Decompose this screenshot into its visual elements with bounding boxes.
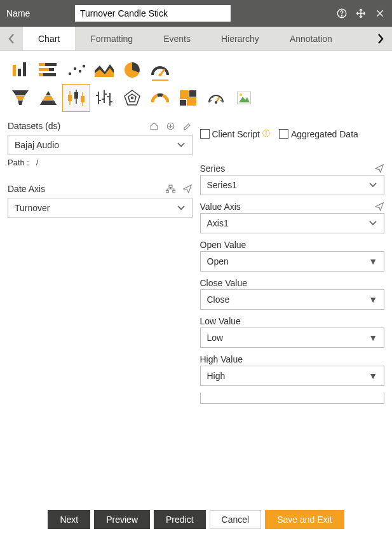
home-icon[interactable] — [149, 121, 159, 131]
next-button[interactable]: Next — [48, 510, 90, 529]
info-icon[interactable]: ⓘ — [262, 128, 270, 139]
tab-events[interactable]: Events — [148, 27, 206, 50]
svg-rect-8 — [49, 68, 54, 71]
aggregated-checkbox[interactable] — [279, 129, 288, 139]
svg-point-14 — [83, 65, 85, 67]
svg-rect-21 — [74, 92, 78, 99]
low-value-select[interactable]: Low ▼ — [200, 328, 385, 348]
caret-down-icon: ▼ — [368, 333, 377, 343]
svg-rect-6 — [45, 63, 57, 66]
open-value-select[interactable]: Open ▼ — [200, 251, 385, 272]
tab-annotation[interactable]: Annotation — [274, 27, 348, 50]
tab-label: Chart — [38, 34, 60, 44]
svg-rect-5 — [39, 63, 45, 66]
speedometer-icon[interactable] — [202, 84, 230, 112]
svg-line-40 — [210, 100, 212, 101]
svg-marker-48 — [239, 97, 250, 102]
svg-rect-10 — [43, 73, 56, 76]
gauge-icon[interactable] — [146, 56, 174, 84]
tab-label: Annotation — [290, 34, 332, 44]
tab-formatting[interactable]: Formatting — [75, 27, 148, 50]
funnel-icon[interactable] — [6, 84, 34, 112]
select-value: Close — [207, 294, 230, 305]
footer-buttons: Next Preview Predict Cancel Save and Exi… — [0, 505, 392, 534]
client-script-label: Client Script — [212, 129, 260, 139]
svg-rect-52 — [166, 191, 168, 193]
caret-down-icon: ▼ — [368, 371, 377, 381]
close-value-select[interactable]: Close ▼ — [200, 289, 385, 310]
scatter-icon[interactable] — [62, 56, 90, 84]
datasets-label: Datasets (ds) — [8, 121, 60, 131]
tab-scroll-left[interactable] — [0, 27, 23, 50]
tab-label: Formatting — [90, 34, 133, 44]
send-icon[interactable] — [374, 163, 384, 174]
help-icon[interactable] — [336, 8, 348, 19]
svg-rect-53 — [173, 191, 175, 193]
select-value: Open — [207, 256, 229, 266]
area-chart-icon[interactable] — [90, 56, 118, 84]
tab-label: Events — [163, 34, 191, 44]
date-axis-select[interactable]: Turnover — [8, 198, 193, 218]
client-script-checkbox[interactable] — [200, 129, 210, 139]
move-icon[interactable] — [355, 8, 367, 19]
tab-hierarchy[interactable]: Hierarchy — [206, 27, 274, 50]
cancel-button[interactable]: Cancel — [210, 510, 262, 529]
predict-button[interactable]: Predict — [154, 510, 206, 529]
select-value: Bajaj Audio — [15, 140, 59, 150]
svg-rect-37 — [189, 90, 196, 97]
ohlc-icon[interactable] — [90, 84, 118, 112]
close-value-label: Close Value — [200, 278, 247, 288]
treemap-icon[interactable] — [174, 84, 202, 112]
pie-chart-icon[interactable] — [118, 56, 146, 84]
svg-rect-2 — [13, 65, 16, 76]
series-select[interactable]: Series1 — [200, 175, 385, 195]
edit-icon[interactable] — [182, 121, 193, 131]
chevron-down-icon — [177, 205, 186, 211]
svg-rect-39 — [187, 97, 196, 106]
add-icon[interactable] — [166, 121, 176, 131]
hierarchy-icon[interactable] — [166, 184, 176, 194]
datasets-select[interactable]: Bajaj Audio — [8, 135, 193, 155]
svg-point-12 — [74, 67, 76, 70]
preview-button[interactable]: Preview — [94, 510, 150, 529]
stacked-bar-icon[interactable] — [34, 56, 62, 84]
button-label: Predict — [166, 514, 194, 525]
close-icon[interactable] — [374, 8, 386, 19]
series-label: Series — [200, 163, 226, 174]
tab-scroll-right[interactable] — [369, 27, 392, 50]
tab-chart[interactable]: Chart — [23, 27, 75, 50]
image-icon[interactable] — [230, 84, 258, 112]
svg-rect-7 — [39, 68, 49, 71]
send-icon[interactable] — [374, 202, 384, 212]
svg-rect-38 — [180, 100, 186, 106]
pyramid-icon[interactable] — [34, 84, 62, 112]
path-label: Path : — [8, 158, 29, 167]
path-value: / — [36, 158, 39, 167]
caret-down-icon: ▼ — [368, 256, 377, 266]
radar-icon[interactable] — [118, 84, 146, 112]
svg-line-44 — [220, 100, 222, 101]
chevron-down-icon — [368, 182, 377, 188]
save-button[interactable]: Save and Exit — [265, 510, 344, 529]
value-axis-select[interactable]: Axis1 — [200, 213, 385, 233]
select-value: Axis1 — [207, 218, 229, 228]
candlestick-icon[interactable] — [62, 84, 90, 112]
main-content: Datasets (ds) Bajaj Audio Path : / Date … — [0, 114, 392, 404]
svg-point-13 — [79, 70, 81, 72]
send-icon[interactable] — [182, 184, 193, 194]
svg-line-41 — [212, 97, 213, 98]
header-actions — [336, 8, 386, 19]
svg-line-17 — [160, 69, 165, 75]
bar-chart-icon[interactable] — [6, 56, 34, 84]
semi-gauge-icon[interactable] — [146, 84, 174, 112]
open-value-label: Open Value — [200, 240, 247, 250]
high-value-select[interactable]: High ▼ — [200, 366, 385, 386]
name-label: Name — [6, 8, 70, 18]
high-value-label: High Value — [200, 354, 243, 364]
options-row: Client Script ⓘ Aggregated Data — [200, 118, 385, 139]
button-label: Save and Exit — [277, 514, 332, 525]
path-row: Path : / — [8, 158, 193, 167]
low-value-label: Low Value — [200, 316, 241, 326]
name-input[interactable] — [75, 5, 231, 22]
tab-label: Hierarchy — [221, 34, 259, 44]
